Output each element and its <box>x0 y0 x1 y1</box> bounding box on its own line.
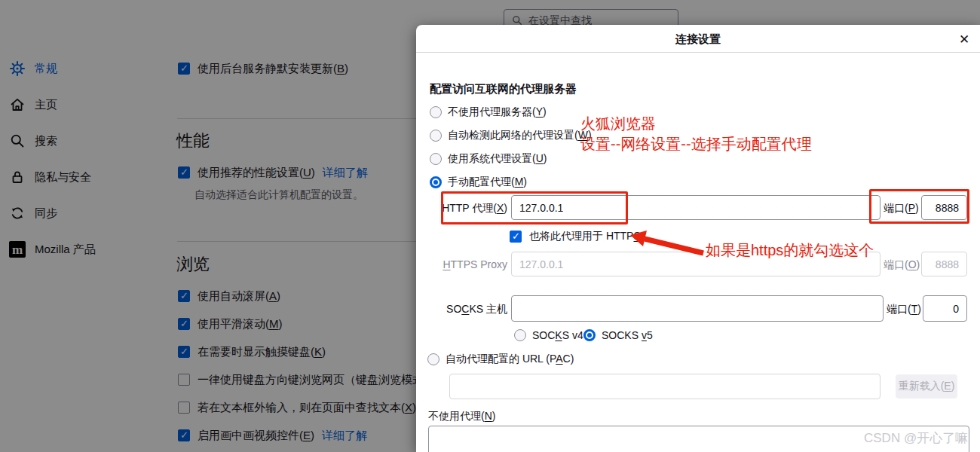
radio-label: 手动配置代理(M) <box>448 176 527 189</box>
use-for-https-row: 也将此代理用于 HTTPS <box>510 230 641 243</box>
radio-socks-v5[interactable]: SOCKS v5 <box>583 328 653 342</box>
socks-port-input[interactable] <box>923 295 967 322</box>
https-proxy-label: HTTPS Proxy <box>416 258 507 270</box>
http-proxy-input[interactable] <box>511 195 880 220</box>
radio-no-proxy[interactable]: 不使用代理服务器(Y) <box>430 105 547 119</box>
close-icon[interactable]: ✕ <box>956 31 972 47</box>
radio-auto-detect[interactable]: 自动检测此网络的代理设置(W) <box>430 129 592 142</box>
radio-icon[interactable] <box>430 130 442 142</box>
radio-label: 使用系统代理设置(U) <box>448 152 547 166</box>
radio-label: 不使用代理服务器(Y) <box>448 105 547 119</box>
https-port-input <box>921 252 967 276</box>
socks-host-label: SOCKS 主机 <box>416 303 507 316</box>
screenshot-root: 常规 主页 搜索 隐私与安全 同步 m Mo <box>0 0 980 452</box>
http-port-input[interactable] <box>921 195 967 220</box>
pac-url-input <box>449 374 880 399</box>
radio-label: 自动代理配置的 URL (PAC) <box>446 353 574 366</box>
radio-system-proxy[interactable]: 使用系统代理设置(U) <box>430 152 547 166</box>
radio-icon[interactable] <box>514 329 526 341</box>
checkbox[interactable] <box>510 231 522 243</box>
connection-settings-dialog: 连接设置 ✕ 配置访问互联网的代理服务器 不使用代理服务器(Y) 自动检测此网络… <box>416 25 980 452</box>
https-port-label: 端口(O) <box>884 258 920 272</box>
reload-button[interactable]: 重新载入(E) <box>896 374 957 399</box>
radio-label: 自动检测此网络的代理设置(W) <box>448 129 592 142</box>
radio-icon[interactable] <box>430 106 442 118</box>
annotation-note-top: 火狐浏览器 设置--网络设置--选择手动配置代理 <box>580 114 812 154</box>
socks-host-input[interactable] <box>511 295 884 322</box>
annotation-line: 设置--网络设置--选择手动配置代理 <box>580 134 812 154</box>
radio-icon[interactable] <box>427 353 439 365</box>
radio-icon[interactable] <box>430 153 442 165</box>
no-proxy-label: 不使用代理(N) <box>428 410 495 423</box>
radio-pac-url[interactable]: 自动代理配置的 URL (PAC) <box>427 353 574 366</box>
radio-icon[interactable] <box>583 329 596 341</box>
radio-label: SOCKS v5 <box>602 329 653 341</box>
radio-manual-proxy[interactable]: 手动配置代理(M) <box>430 176 527 189</box>
socks-port-label: 端口(T) <box>887 303 921 316</box>
dialog-title: 连接设置 <box>416 32 980 47</box>
checkbox-label: 也将此代理用于 HTTPS <box>529 230 641 243</box>
dialog-header: 连接设置 ✕ <box>416 25 980 53</box>
annotation-note-https: 如果是https的就勾选这个 <box>706 240 874 261</box>
proxy-section-heading: 配置访问互联网的代理服务器 <box>430 82 577 96</box>
radio-icon[interactable] <box>430 176 442 188</box>
radio-socks-v4[interactable]: SOCKS v4 <box>514 328 583 342</box>
radio-label: SOCKS v4 <box>532 329 583 341</box>
http-proxy-label: HTTP 代理(X) <box>416 202 507 215</box>
csdn-watermark: CSDN @开心了嘛 <box>864 429 968 447</box>
http-port-label: 端口(P) <box>884 202 919 215</box>
annotation-line: 火狐浏览器 <box>580 114 812 134</box>
